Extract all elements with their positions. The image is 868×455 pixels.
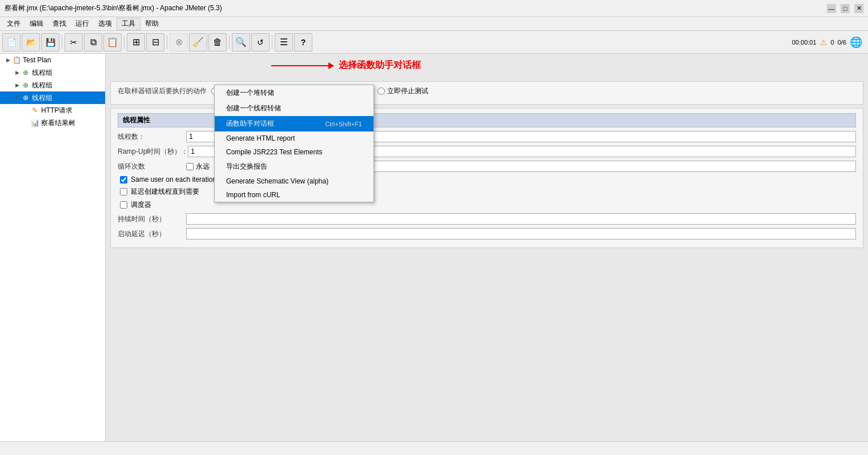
menu-compile-jsr223[interactable]: Compile JSR223 Test Elements xyxy=(215,145,373,159)
menu-edit[interactable]: 编辑 xyxy=(25,18,48,30)
import-curl-label: Import from cURL xyxy=(226,191,280,199)
tree-item-thread-group-3[interactable]: ▼ ⊕ 线程组 xyxy=(0,91,105,104)
generate-schematic-label: Generate Schematic View (alpha) xyxy=(226,177,328,185)
duration-label: 持续时间（秒） xyxy=(118,214,186,224)
window-controls: — □ ✕ xyxy=(827,4,863,13)
menu-create-heap-dump[interactable]: 创建一个堆转储 xyxy=(215,85,373,101)
same-user-checkbox[interactable] xyxy=(120,176,127,183)
startup-delay-input[interactable] xyxy=(186,228,856,240)
help-button[interactable]: ? xyxy=(294,33,312,51)
globe-icon: 🌐 xyxy=(850,36,862,49)
warning-count: 0 xyxy=(831,39,834,46)
menu-function-helper[interactable]: 函数助手对话框 Ctrl+Shift+F1 xyxy=(215,116,373,131)
close-button[interactable]: ✕ xyxy=(854,4,863,13)
error-action-label: 在取样器错误后要执行的动作 xyxy=(118,86,207,96)
menu-options[interactable]: 选项 xyxy=(94,18,116,30)
annotation-arrow: 选择函数助手对话框 xyxy=(271,59,421,71)
elapsed-time: 00:00:01 xyxy=(792,39,817,46)
paste-button[interactable]: 📋 xyxy=(103,33,122,51)
separator-4 xyxy=(229,35,230,49)
copy-button[interactable]: ⧉ xyxy=(84,33,102,51)
thread-group-2-label: 线程组 xyxy=(32,81,53,90)
tree-arrow-tg1: ▶ xyxy=(14,69,21,76)
thread-group-1-label: 线程组 xyxy=(32,68,53,78)
menu-generate-html[interactable]: Generate HTML report xyxy=(215,131,373,145)
loop-forever-checkbox[interactable] xyxy=(186,163,194,170)
duration-input[interactable] xyxy=(186,213,856,225)
separator-1 xyxy=(62,35,62,49)
tree-panel: ▶ 📋 Test Plan ▶ ⊕ 线程组 ▶ ⊕ 线程组 ▼ ⊕ 线程组 ▶ … xyxy=(0,54,106,441)
arrow-line xyxy=(271,65,328,66)
separator-2 xyxy=(124,35,124,49)
startup-delay-row: 启动延迟（秒） xyxy=(118,228,856,240)
menu-create-thread-dump[interactable]: 创建一个线程转储 xyxy=(215,101,373,116)
menu-generate-schematic[interactable]: Generate Schematic View (alpha) xyxy=(215,174,373,188)
maximize-button[interactable]: □ xyxy=(841,4,850,13)
duration-row: 持续时间（秒） xyxy=(118,213,856,225)
http-request-icon: ✎ xyxy=(30,106,39,115)
new-button[interactable]: 📄 xyxy=(2,33,21,51)
loop-forever-check[interactable]: 永远 xyxy=(186,162,210,171)
disable-button: ⊗ xyxy=(170,33,188,51)
compile-jsr223-label: Compile JSR223 Test Elements xyxy=(226,148,323,156)
menu-run[interactable]: 运行 xyxy=(71,18,94,30)
scheduler-checkbox[interactable] xyxy=(120,201,127,209)
window-title: 察看树.jmx (E:\apache-jmeter-5.3\bin\察看树.jm… xyxy=(5,3,222,13)
generate-html-label: Generate HTML report xyxy=(226,134,295,142)
clear-button[interactable]: 🧹 xyxy=(189,33,207,51)
thread-group-1-icon: ⊕ xyxy=(21,68,30,77)
menu-help[interactable]: 帮助 xyxy=(140,18,163,30)
toolbar-status: 00:00:01 ⚠ 0 0/6 🌐 xyxy=(792,36,866,49)
reset-button[interactable]: ↺ xyxy=(251,33,270,51)
content-area: 选择函数助手对话框 在取样器错误后要执行的动作 启动下一进程循环 停止线程 xyxy=(106,54,868,441)
separator-5 xyxy=(272,35,272,49)
arrow-head xyxy=(328,62,334,69)
collapse-button[interactable]: ⊟ xyxy=(146,33,164,51)
list-button[interactable]: ☰ xyxy=(275,33,293,51)
thread-group-3-label: 线程组 xyxy=(32,93,53,103)
delay-create-label: 延迟创建线程直到需要 xyxy=(131,187,199,197)
radio-stop-now[interactable]: 立即停止测试 xyxy=(377,86,428,96)
create-thread-dump-label: 创建一个线程转储 xyxy=(226,103,281,113)
ramp-up-label: Ramp-Up时间（秒）： xyxy=(118,147,188,157)
separator-3 xyxy=(167,35,167,49)
tree-arrow-test-plan: ▶ xyxy=(5,57,11,63)
tools-dropdown-menu: 创建一个堆转储 创建一个线程转储 函数助手对话框 Ctrl+Shift+F1 G… xyxy=(214,85,374,202)
open-button[interactable]: 📂 xyxy=(22,33,40,51)
view-results-icon: 📊 xyxy=(30,118,39,127)
search-button[interactable]: 🔍 xyxy=(232,33,250,51)
menu-search[interactable]: 查找 xyxy=(48,18,71,30)
radio-stop-now-input[interactable] xyxy=(377,87,385,95)
function-helper-label: 函数助手对话框 xyxy=(226,119,274,129)
tree-item-view-results[interactable]: ▶ 📊 察看结果树 xyxy=(0,117,105,129)
tree-item-test-plan[interactable]: ▶ 📋 Test Plan xyxy=(0,54,105,66)
startup-delay-label: 启动延迟（秒） xyxy=(118,229,186,239)
expand-button[interactable]: ⊞ xyxy=(127,33,145,51)
tree-item-http-request[interactable]: ▶ ✎ HTTP请求 xyxy=(0,104,105,117)
menu-file[interactable]: 文件 xyxy=(2,18,25,30)
annotation-text: 选择函数助手对话框 xyxy=(339,59,421,71)
tree-arrow-tg2: ▶ xyxy=(14,82,21,89)
radio-stop-now-label: 立即停止测试 xyxy=(387,86,428,96)
test-plan-icon: 📋 xyxy=(12,55,21,65)
menu-export-exchange[interactable]: 导出交换报告 xyxy=(215,159,373,174)
menu-tools[interactable]: 工具 xyxy=(116,18,140,30)
tree-item-thread-group-1[interactable]: ▶ ⊕ 线程组 xyxy=(0,66,105,79)
delay-create-checkbox[interactable] xyxy=(120,188,127,195)
loop-count-label: 循环次数 xyxy=(118,162,186,171)
main-layout: ▶ 📋 Test Plan ▶ ⊕ 线程组 ▶ ⊕ 线程组 ▼ ⊕ 线程组 ▶ … xyxy=(0,54,868,441)
warning-icon: ⚠ xyxy=(820,38,827,47)
save-button[interactable]: 💾 xyxy=(41,33,59,51)
tree-item-thread-group-2[interactable]: ▶ ⊕ 线程组 xyxy=(0,79,105,91)
thread-count-label: 线程数： xyxy=(118,132,186,142)
clear-all-button[interactable]: 🗑 xyxy=(208,33,227,51)
cut-button[interactable]: ✂ xyxy=(65,33,83,51)
minimize-button[interactable]: — xyxy=(827,4,836,13)
loop-forever-label: 永远 xyxy=(196,162,210,171)
scheduler-label: 调度器 xyxy=(131,200,151,210)
view-results-label: 察看结果树 xyxy=(41,118,75,128)
function-helper-shortcut: Ctrl+Shift+F1 xyxy=(325,121,362,127)
status-bar xyxy=(0,441,868,455)
test-plan-label: Test Plan xyxy=(23,56,51,64)
menu-import-curl[interactable]: Import from cURL xyxy=(215,188,373,202)
